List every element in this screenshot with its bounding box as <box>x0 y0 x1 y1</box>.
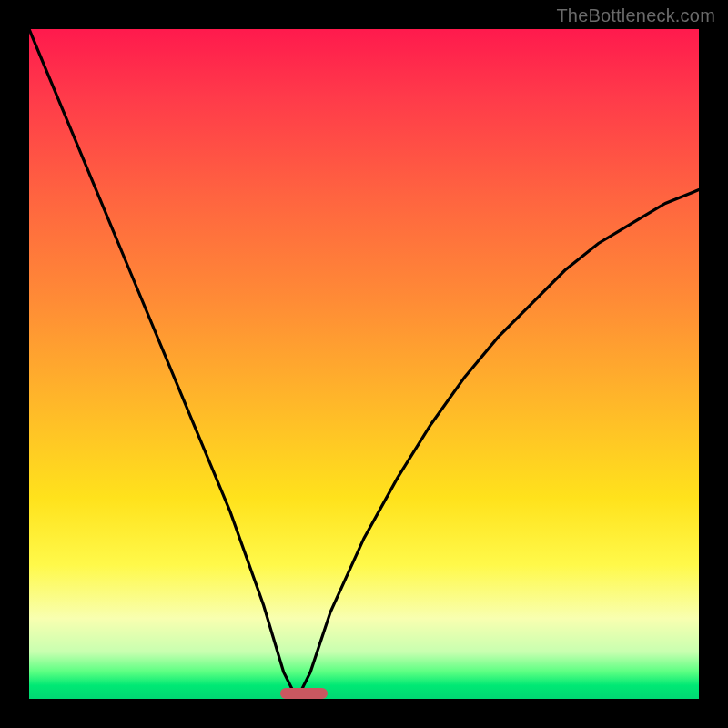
optimal-marker <box>280 688 328 699</box>
watermark-text: TheBottleneck.com <box>556 5 715 26</box>
bottleneck-curve <box>29 29 699 699</box>
chart-wrap: TheBottleneck.com <box>0 0 728 728</box>
